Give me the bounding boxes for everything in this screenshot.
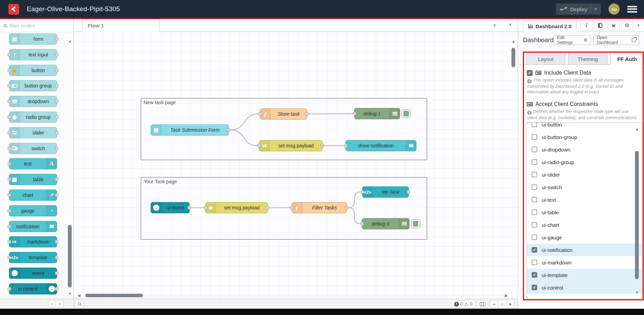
zoom-out-button[interactable]: − — [490, 300, 498, 308]
output-port[interactable] — [55, 37, 58, 41]
flow-node-set-msg-payload[interactable]: ⇄set msg.payload — [205, 202, 268, 213]
flow-node-debug-1[interactable]: debug 1 — [354, 108, 400, 119]
constraint-row-ui-control[interactable]: ✔ui-control — [527, 281, 642, 294]
palette-node-template[interactable]: </>template — [9, 252, 57, 263]
ui-slider-checkbox[interactable] — [532, 172, 537, 177]
ui-switch-checkbox[interactable] — [532, 184, 537, 190]
include-client-data-checkbox[interactable]: ✔ — [527, 70, 533, 76]
flow-node-filter-tasks[interactable]: ƒFilter Tasks — [292, 202, 347, 213]
debug-toggle-button[interactable] — [401, 109, 411, 118]
palette-node-switch[interactable]: switch — [9, 143, 57, 154]
ui-markdown-checkbox[interactable] — [532, 260, 537, 265]
flow-node-task-submission-form[interactable]: ▤Task Submission Form — [151, 124, 229, 136]
output-port[interactable] — [55, 69, 58, 72]
ui-table-checkbox[interactable] — [532, 209, 537, 215]
input-port[interactable] — [8, 209, 11, 213]
palette-scroll-down-icon[interactable]: ▼ — [68, 292, 72, 296]
input-port[interactable] — [8, 193, 11, 197]
constraint-row-ui-radio-group[interactable]: ui-radio-group — [527, 156, 642, 168]
list-scroll-down-icon[interactable]: ▼ — [635, 290, 639, 294]
panel-tab-layout[interactable]: Layout — [526, 53, 565, 65]
ui-radio-group-checkbox[interactable] — [532, 159, 537, 165]
output-port[interactable] — [55, 131, 58, 135]
palette-node-ui-control[interactable]: ui control→ — [9, 283, 57, 294]
debug-sidebar-button[interactable]: ж — [607, 20, 620, 30]
deploy-button[interactable]: Deploy ▾ — [556, 3, 601, 15]
output-port[interactable] — [55, 115, 58, 119]
palette-scroll-up-icon[interactable]: ▲ — [68, 39, 72, 43]
input-port[interactable] — [290, 206, 294, 209]
ui-text-checkbox[interactable] — [532, 197, 537, 202]
output-port[interactable] — [345, 206, 348, 209]
palette-node-table[interactable]: ▦table — [9, 174, 57, 185]
output-port[interactable] — [55, 84, 58, 87]
user-avatar[interactable]: su — [609, 3, 620, 15]
palette-node-button[interactable]: ☝button — [9, 65, 57, 76]
canvas-hscrollbar-thumb[interactable] — [85, 294, 143, 297]
zoom-in-button[interactable]: + — [506, 300, 514, 308]
output-port[interactable] — [55, 256, 58, 259]
constraint-row-ui-template[interactable]: ✔ui-template — [527, 269, 642, 281]
output-port[interactable] — [55, 100, 58, 103]
list-scroll-up-icon[interactable]: ▲ — [635, 127, 639, 131]
constraint-row-ui-slider[interactable]: ui-slider — [527, 168, 642, 181]
ui-control-checkbox[interactable]: ✔ — [532, 285, 537, 290]
tab-dashboard-2[interactable]: Dashboard 2.0 — [523, 21, 577, 32]
output-port[interactable] — [55, 271, 58, 275]
canvas-scroll-up-icon[interactable]: ▲ — [511, 39, 516, 44]
input-port[interactable] — [360, 222, 364, 225]
output-port[interactable] — [266, 206, 269, 209]
open-dashboard-button[interactable]: Open Dashboard — [593, 36, 639, 45]
notification-counts[interactable]: ! 0 ⚠ 0 — [451, 300, 475, 308]
output-port[interactable] — [407, 190, 410, 194]
palette-node-text-input[interactable]: Itext input — [9, 49, 57, 60]
flow-canvas[interactable]: ▲ ◀ ▶ New task pageYour Task page▤Task S… — [74, 32, 518, 299]
palette-node-notification[interactable]: notification✉ — [9, 221, 57, 232]
palette-scrollbar-thumb[interactable] — [68, 225, 72, 287]
palette-node-gauge[interactable]: gauge◔ — [9, 205, 57, 216]
help-sidebar-button[interactable] — [594, 20, 606, 30]
input-port[interactable] — [257, 144, 261, 147]
palette-node-chart[interactable]: chart↗ — [9, 190, 57, 201]
output-port[interactable] — [55, 147, 58, 150]
panel-tab-theming[interactable]: Theming — [568, 53, 607, 65]
flow-node-show-notification[interactable]: show notification✉ — [345, 140, 416, 151]
output-port[interactable] — [55, 178, 58, 181]
palette-node-event[interactable]: →event — [9, 268, 57, 279]
output-port[interactable] — [305, 112, 309, 116]
input-port[interactable] — [8, 69, 11, 72]
flow-node-debug-5[interactable]: debug 5 — [362, 218, 410, 229]
input-port[interactable] — [8, 131, 11, 135]
canvas-scroll-right-icon[interactable]: ▶ — [505, 293, 508, 298]
constraint-row-ui-dropdown[interactable]: ui-dropdown — [527, 143, 642, 156]
main-menu-icon[interactable] — [627, 6, 637, 13]
palette-node-dropdown[interactable]: dropdown — [9, 96, 57, 107]
canvas-scroll-left-icon[interactable]: ◀ — [77, 293, 80, 298]
input-port[interactable] — [8, 178, 11, 181]
edit-settings-button[interactable]: Edit Settings ⚙ — [554, 36, 591, 45]
constraint-row-ui-chart[interactable]: ui-chart — [527, 218, 642, 231]
output-port[interactable] — [55, 193, 58, 197]
output-port[interactable] — [188, 206, 191, 209]
ui-dropdown-checkbox[interactable] — [532, 147, 537, 152]
search-flows-button[interactable] — [75, 300, 84, 308]
flow-node-ui-event[interactable]: →ui-event — [151, 202, 190, 213]
input-port[interactable] — [8, 115, 11, 119]
input-port[interactable] — [8, 162, 11, 166]
collapse-palette-categories-button[interactable]: « — [48, 300, 56, 308]
navigator-button[interactable] — [477, 300, 488, 308]
debug-toggle-button[interactable] — [411, 219, 420, 228]
palette-search[interactable] — [0, 19, 73, 32]
constraint-row-ui-gauge[interactable]: ui-gauge — [527, 231, 642, 244]
output-port[interactable] — [227, 128, 230, 132]
tab-flow-1[interactable]: Flow 1 — [82, 19, 159, 32]
output-port[interactable] — [320, 144, 324, 147]
input-port[interactable] — [353, 112, 356, 115]
list-scrollbar-thumb[interactable] — [635, 151, 639, 279]
output-port[interactable] — [55, 240, 58, 244]
zoom-reset-button[interactable]: ○ — [498, 300, 506, 308]
constraint-row-ui-button-group[interactable]: ui-button-group — [527, 131, 642, 143]
ui-button-group-checkbox[interactable] — [532, 134, 537, 140]
input-port[interactable] — [8, 53, 11, 56]
input-port[interactable] — [259, 112, 262, 116]
